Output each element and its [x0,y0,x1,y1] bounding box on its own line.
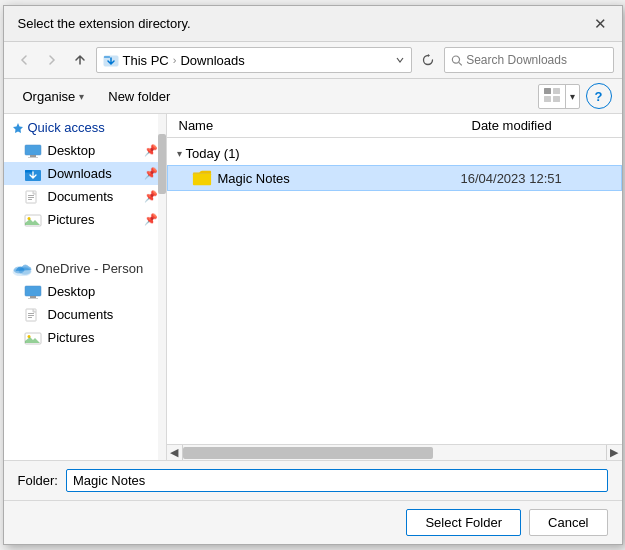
forward-button[interactable] [40,48,64,72]
documents-icon [24,190,42,204]
path-sep-1: › [173,54,177,66]
desktop-icon [24,144,42,158]
close-button[interactable]: ✕ [590,13,612,35]
search-input[interactable] [466,53,606,67]
sidebar-desktop-label: Desktop [48,143,96,158]
od-pictures-icon [24,331,42,345]
svg-line-3 [458,62,461,65]
sidebar-item-pictures[interactable]: Pictures 📌 [4,208,166,231]
sidebar-od-pictures-label: Pictures [48,330,95,345]
help-button[interactable]: ? [586,83,612,109]
svg-rect-32 [192,173,210,185]
file-list-body: ▾ Today (1) Magic Notes 16/04/2023 12:51 [167,138,622,444]
sidebar-item-desktop[interactable]: Desktop 📌 [4,139,166,162]
cancel-button[interactable]: Cancel [529,509,607,536]
downloads-folder-icon [103,52,119,68]
main-content: Quick access Desktop 📌 Downlo [4,114,622,460]
quick-access-label: Quick access [28,120,105,135]
svg-rect-7 [553,96,560,102]
svg-rect-13 [25,170,32,173]
search-box[interactable] [444,47,614,73]
group-today-label: Today (1) [186,146,240,161]
col-name-header[interactable]: Name [179,118,472,133]
new-folder-button[interactable]: New folder [99,85,179,108]
file-date-magic-notes: 16/04/2023 12:51 [461,171,611,186]
svg-marker-8 [13,123,23,133]
svg-rect-25 [28,298,38,299]
address-path[interactable]: This PC › Downloads [96,47,412,73]
downloads-icon [24,167,42,181]
svg-rect-10 [30,155,36,157]
onedrive-header: OneDrive - Person [4,251,166,280]
desktop-pin-icon: 📌 [144,144,158,157]
svg-rect-17 [28,199,32,200]
back-button[interactable] [12,48,36,72]
address-bar: This PC › Downloads [4,42,622,79]
folder-label: Folder: [18,473,58,488]
view-dropdown-icon: ▾ [566,88,579,105]
col-date-header[interactable]: Date modified [472,118,622,133]
file-name-magic-notes: Magic Notes [218,171,461,186]
sidebar-pictures-label: Pictures [48,212,95,227]
svg-rect-23 [25,286,41,296]
svg-rect-29 [28,317,32,318]
svg-rect-11 [28,157,38,158]
sidebar-item-documents[interactable]: Documents 📌 [4,185,166,208]
sidebar-documents-label: Documents [48,189,114,204]
group-today[interactable]: ▾ Today (1) [167,142,622,165]
svg-rect-15 [28,195,34,196]
file-list-header: Name Date modified [167,114,622,138]
file-item-magic-notes[interactable]: Magic Notes 16/04/2023 12:51 [167,165,622,191]
file-list-container: Name Date modified ▾ Today (1) [167,114,622,460]
sidebar-downloads-label: Downloads [48,166,112,181]
pictures-icon [24,213,42,227]
sidebar-item-od-desktop[interactable]: Desktop [4,280,166,303]
sidebar-scrollbar[interactable] [158,114,166,460]
organise-dropdown-icon: ▾ [79,91,84,102]
path-this-pc: This PC [123,53,169,68]
quick-access-icon [12,122,24,134]
folder-footer: Folder: [4,460,622,500]
sidebar-item-downloads[interactable]: Downloads 📌 [4,162,166,185]
sidebar-scrollbar-thumb [158,134,166,194]
view-icon [539,85,566,108]
scroll-track[interactable] [183,445,606,460]
view-toggle[interactable]: ▾ [538,84,580,109]
horizontal-scrollbar[interactable]: ◀ ▶ [167,444,622,460]
scroll-thumb [183,447,433,459]
sidebar: Quick access Desktop 📌 Downlo [4,114,167,460]
refresh-button[interactable] [416,48,440,72]
svg-rect-28 [28,315,34,316]
path-downloads: Downloads [180,53,244,68]
dialog-window: Select the extension directory. ✕ This P… [3,5,623,545]
folder-input[interactable] [66,469,608,492]
svg-rect-4 [544,88,551,94]
path-dropdown-icon [395,55,405,65]
od-documents-icon [24,308,42,322]
select-folder-button[interactable]: Select Folder [406,509,521,536]
svg-rect-9 [25,145,41,155]
title-bar: Select the extension directory. ✕ [4,6,622,42]
downloads-pin-icon: 📌 [144,167,158,180]
sidebar-item-od-documents[interactable]: Documents [4,303,166,326]
dialog-title: Select the extension directory. [18,16,191,31]
svg-rect-6 [544,96,551,102]
pictures-pin-icon: 📌 [144,213,158,226]
svg-rect-1 [104,56,110,58]
up-button[interactable] [68,48,92,72]
scroll-right-button[interactable]: ▶ [606,445,622,461]
onedrive-label: OneDrive - Person [36,261,144,276]
new-folder-label: New folder [108,89,170,104]
organise-label: Organise [23,89,76,104]
sidebar-item-od-pictures[interactable]: Pictures [4,326,166,349]
sidebar-od-documents-label: Documents [48,307,114,322]
scroll-left-button[interactable]: ◀ [167,445,183,461]
svg-rect-24 [30,296,36,298]
group-chevron-icon: ▾ [177,148,182,159]
organise-button[interactable]: Organise ▾ [14,85,94,108]
quick-access-header: Quick access [4,114,166,139]
svg-rect-5 [553,88,560,94]
toolbar: Organise ▾ New folder ▾ ? [4,79,622,114]
svg-rect-16 [28,197,34,198]
od-desktop-icon [24,285,42,299]
